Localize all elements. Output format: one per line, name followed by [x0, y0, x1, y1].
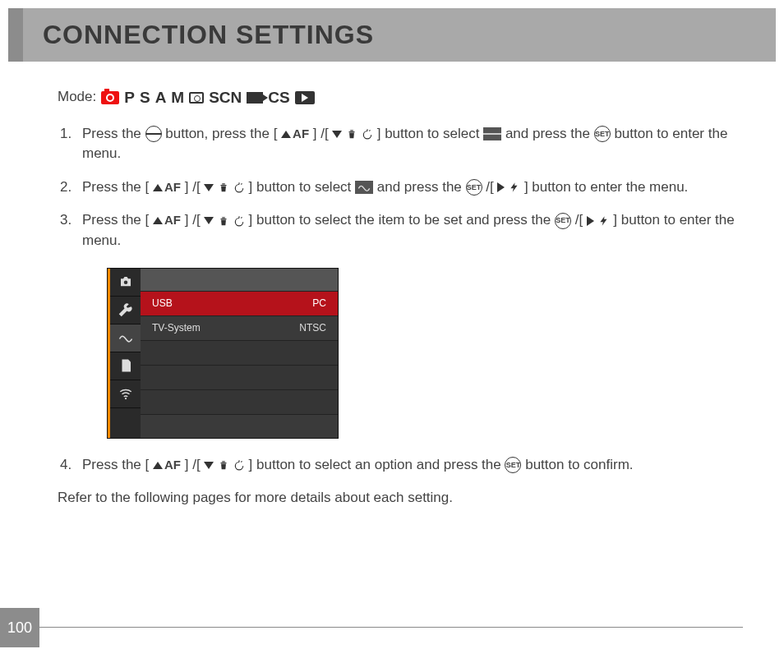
face-mode-icon — [189, 92, 204, 104]
mode-p: P — [124, 86, 135, 109]
text: and press the — [377, 179, 466, 195]
down-arrow-icon — [204, 462, 214, 469]
menu-row-label: USB — [152, 297, 173, 311]
camera-icon — [101, 91, 119, 104]
set-button-icon: SET — [594, 126, 611, 142]
menu-row-empty — [141, 390, 338, 415]
up-arrow-icon — [281, 131, 291, 138]
text: ] /[ — [185, 457, 201, 472]
flash-icon — [509, 179, 520, 195]
camera-menu-screenshot: USB PC TV-System NTSC — [107, 268, 339, 439]
trash-icon — [218, 212, 229, 228]
menu-row-value: NTSC — [299, 321, 326, 335]
menu-body: USB PC TV-System NTSC — [141, 269, 338, 438]
af-label: AF — [164, 180, 181, 194]
text: ] button to enter the menu. — [524, 179, 688, 195]
timer-icon — [233, 179, 245, 195]
svg-point-1 — [124, 398, 126, 399]
timer-icon — [362, 126, 373, 141]
menu-row-value: PC — [312, 297, 326, 311]
mode-row: Mode: P S A M SCN CS — [58, 86, 735, 109]
mode-label: Mode: — [58, 87, 96, 108]
step-3: Press the [ AF ] /[ ] button to select t… — [76, 210, 735, 438]
text: Press the — [82, 126, 145, 141]
flash-icon — [598, 212, 610, 228]
menu-tab-wrench-icon — [110, 297, 141, 324]
mode-scn: SCN — [209, 86, 242, 109]
menu-tab-sd-icon — [110, 352, 141, 380]
movie-mode-icon — [247, 92, 263, 104]
menu-button-icon — [145, 126, 162, 142]
menu-tab-wifi-icon — [110, 380, 141, 408]
set-button-icon: SET — [555, 213, 571, 229]
trash-icon — [218, 179, 229, 195]
menu-row-label: TV-System — [152, 321, 201, 335]
up-arrow-icon — [153, 217, 163, 224]
text: and press the — [505, 126, 594, 141]
text: ] /[ — [313, 126, 329, 141]
af-label: AF — [164, 213, 181, 227]
menu-tab-camera-icon — [110, 269, 141, 297]
footnote: Refer to the following pages for more de… — [58, 488, 735, 509]
connection-rect-icon — [355, 181, 373, 194]
af-label: AF — [164, 458, 181, 472]
timer-icon — [233, 212, 245, 228]
page-title: CONNECTION SETTINGS — [43, 20, 756, 50]
menu-row-empty — [141, 366, 338, 390]
menu-row-tvsystem: TV-System NTSC — [141, 316, 338, 341]
mode-a: A — [155, 86, 167, 109]
text: ] /[ — [185, 179, 201, 195]
text: Press the [ — [82, 179, 149, 195]
af-label: AF — [293, 127, 309, 140]
text: ] /[ — [185, 212, 201, 228]
instruction-list: Press the button, press the [ AF ] /[ ] … — [58, 124, 735, 476]
footer-divider — [39, 627, 743, 628]
text: button, press the [ — [165, 126, 277, 141]
up-arrow-icon — [153, 184, 163, 191]
menu-row-empty — [141, 341, 338, 366]
menu-row-usb: USB PC — [141, 292, 338, 316]
set-button-icon: SET — [466, 179, 482, 196]
down-arrow-icon — [204, 184, 214, 191]
text: button to confirm. — [525, 457, 633, 472]
timer-icon — [233, 457, 245, 472]
svg-point-0 — [123, 281, 127, 285]
menu-rect-icon — [483, 127, 501, 140]
mode-s: S — [140, 86, 150, 109]
text: ] button to select the item to be set an… — [249, 212, 555, 228]
text: /[ — [486, 179, 493, 195]
mode-cs: CS — [268, 86, 289, 109]
down-arrow-icon — [332, 131, 342, 138]
trash-icon — [218, 457, 229, 472]
page-header: CONNECTION SETTINGS — [8, 8, 776, 62]
step-1: Press the button, press the [ AF ] /[ ] … — [76, 124, 735, 164]
step-2: Press the [ AF ] /[ ] button to select a… — [76, 177, 735, 198]
text: ] button to select an option and press t… — [249, 457, 505, 472]
text: ] button to select — [249, 179, 355, 195]
text: Press the [ — [82, 457, 149, 472]
menu-sidebar — [108, 269, 141, 438]
text: ] button to select — [377, 126, 483, 141]
up-arrow-icon — [153, 462, 163, 469]
text: Press the [ — [82, 212, 149, 228]
step-4: Press the [ AF ] /[ ] button to select a… — [76, 455, 735, 476]
right-arrow-icon — [497, 182, 505, 192]
right-arrow-icon — [587, 216, 594, 226]
text: /[ — [575, 212, 583, 228]
set-button-icon: SET — [505, 457, 521, 473]
menu-header-bar — [141, 269, 338, 292]
playback-mode-icon — [295, 91, 315, 104]
page-content: Mode: P S A M SCN CS Press the button, p… — [0, 62, 784, 509]
trash-icon — [346, 126, 357, 141]
mode-m: M — [171, 86, 184, 109]
page-number: 100 — [0, 608, 39, 647]
menu-tab-connection-icon — [110, 324, 141, 352]
down-arrow-icon — [204, 217, 214, 224]
